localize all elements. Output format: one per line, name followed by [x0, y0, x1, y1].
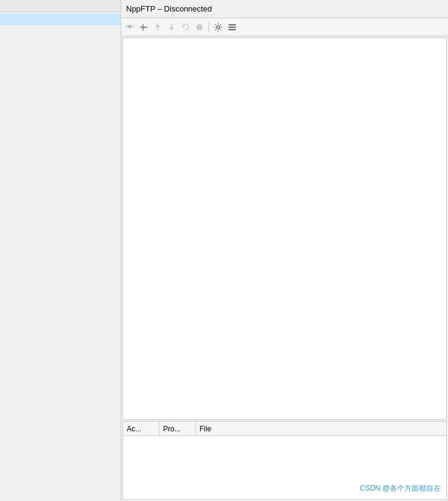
svg-rect-4 — [157, 27, 158, 30]
svg-marker-7 — [182, 25, 185, 28]
svg-rect-6 — [171, 24, 172, 27]
column-progress-label: Pro... — [163, 425, 181, 433]
column-progress-header[interactable]: Pro... — [159, 422, 196, 436]
settings-icon[interactable] — [212, 21, 224, 33]
main-panel: NppFTP – Disconnected — [121, 0, 448, 501]
title-bar: NppFTP – Disconnected — [121, 0, 448, 18]
svg-rect-12 — [229, 29, 236, 30]
file-browser[interactable] — [122, 38, 447, 420]
connect-icon[interactable] — [124, 21, 136, 33]
svg-point-9 — [217, 25, 220, 28]
svg-point-0 — [129, 26, 131, 28]
toolbar-separator-1 — [209, 22, 209, 33]
svg-point-8 — [196, 24, 202, 30]
queue-icon[interactable] — [226, 21, 238, 33]
title-text: NppFTP – Disconnected — [126, 4, 212, 13]
column-file-label: File — [199, 425, 211, 433]
svg-rect-2 — [142, 24, 144, 30]
svg-rect-10 — [229, 24, 236, 25]
refresh-icon[interactable] — [179, 21, 192, 33]
column-file-header[interactable]: File — [196, 422, 446, 436]
svg-marker-3 — [155, 24, 160, 27]
column-action-label: Ac... — [127, 425, 141, 433]
column-action-header[interactable]: Ac... — [123, 422, 159, 436]
abort-icon[interactable] — [193, 21, 206, 33]
svg-marker-5 — [169, 27, 174, 31]
download-icon[interactable] — [165, 21, 178, 33]
sidebar-selected-item — [0, 13, 121, 25]
column-headers: Ac... Pro... File — [123, 422, 446, 436]
toolbar — [121, 18, 448, 36]
sidebar-top-bar — [0, 0, 121, 12]
disconnect-icon[interactable] — [138, 21, 150, 33]
left-sidebar — [0, 0, 121, 501]
watermark: CSDN @各个方面都自在 — [359, 483, 441, 494]
upload-icon[interactable] — [152, 21, 164, 33]
svg-rect-11 — [229, 27, 236, 28]
